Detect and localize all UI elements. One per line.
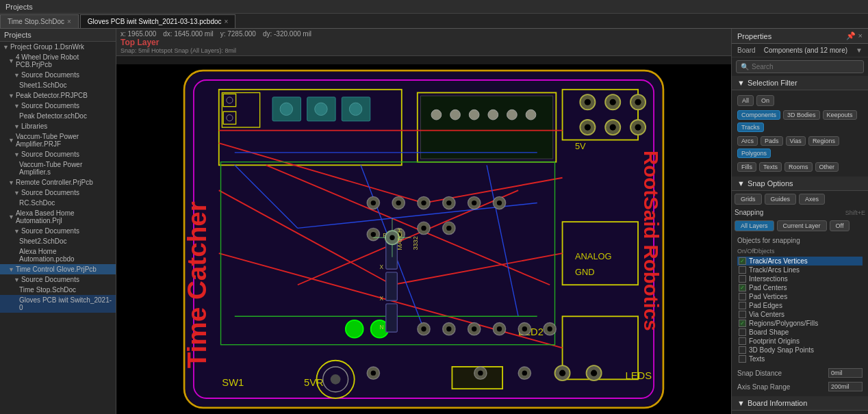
snap-current-layer-btn[interactable]: Current Layer	[777, 220, 827, 231]
svg-text:5V: 5V	[575, 141, 586, 151]
obj-cb-pad-vertices[interactable]	[739, 293, 746, 300]
snap-grids-btn[interactable]: Grids	[735, 194, 762, 205]
obj-cb-trackarcs-vertices[interactable]	[739, 257, 746, 265]
filter-all[interactable]: All	[737, 95, 754, 106]
obj-cb-pad-edges[interactable]	[739, 302, 746, 309]
obj-cb-pad-centers[interactable]	[739, 284, 746, 292]
tree-4wd-robot[interactable]: ▼ 4 Wheel Drive Robot PCB.PrjPcb	[0, 52, 116, 70]
tree-remote-label: Remote Controller.PrjPcb	[16, 179, 93, 186]
filter-arcs[interactable]: Arcs	[737, 136, 758, 146]
tree-source-docs-6[interactable]: ▼ Source Documents	[0, 274, 116, 285]
props-pin-icon[interactable]: 📌	[846, 31, 856, 40]
pcb-canvas-area[interactable]: x: 1965.000 dx: 1645.000 mil y: 7285.000…	[116, 29, 731, 414]
obj-cb-footprint-origins[interactable]	[739, 337, 746, 345]
props-close-icon[interactable]: ×	[858, 31, 863, 40]
obj-cb-board-shape[interactable]	[739, 328, 746, 336]
tree-peak-schdoc[interactable]: Peak Detector.schDoc	[0, 111, 116, 121]
tab-pcb-close[interactable]: ×	[225, 18, 229, 25]
snapping-label: Snapping	[735, 209, 763, 216]
tree-libraries[interactable]: ▼ Libraries	[0, 121, 116, 131]
filter-polygons[interactable]: Polygons	[737, 148, 771, 158]
search-box[interactable]: 🔍	[736, 60, 864, 73]
tree-source-docs-4[interactable]: ▼ Source Documents	[0, 187, 116, 198]
filter-keepouts[interactable]: Keepouts	[823, 110, 857, 120]
filter-components[interactable]: Components	[737, 110, 780, 120]
filter-fills[interactable]: Fills	[737, 162, 756, 172]
selection-filter-content: All On Components 3D Bodies Keepouts Tra…	[732, 90, 868, 177]
tree-vac-label: Vaccum-Tube Power Amplifier.PRJF	[16, 133, 113, 148]
obj-row-board-shape: Board Shape	[737, 328, 863, 337]
svg-point-54	[396, 200, 400, 205]
obj-label-pad-edges: Pad Edges	[749, 302, 782, 309]
tree-alexa-pcbdo[interactable]: Alexa Home Automation.pcbdo	[0, 246, 116, 264]
svg-text:SW1: SW1	[222, 377, 244, 388]
tree-rc-label: RC.SchDoc	[19, 199, 55, 207]
snap-off-btn[interactable]: Off	[830, 220, 850, 231]
tab-schematic[interactable]: Time Stop.SchDoc ×	[0, 14, 79, 28]
svg-point-60	[472, 200, 476, 205]
filter-3dbodies[interactable]: 3D Bodies	[783, 110, 820, 120]
obj-cb-regions-fills[interactable]	[739, 320, 746, 327]
board-info-title: Board Information	[748, 399, 807, 407]
tab-schematic-close[interactable]: ×	[67, 18, 71, 25]
tab-bar: Time Stop.SchDoc × Gloves PCB iwit Switc…	[0, 14, 868, 29]
tree-source-docs-1[interactable]: ▼ Source Documents	[0, 70, 116, 80]
snap-distance-input[interactable]	[828, 368, 863, 378]
tree-vac-schdoc[interactable]: Vaccum-Tube Power Amplifier.s	[0, 159, 116, 177]
tree-alexa[interactable]: ▼ Alexa Based Home Automation.Prjl	[0, 208, 116, 226]
pcb-board[interactable]: Time Catcher RootSaid Robotics	[116, 64, 731, 414]
tree-gloves-pcb[interactable]: Gloves PCB iwit Switch_2021-0	[0, 295, 116, 313]
filter-tracks[interactable]: Tracks	[737, 122, 764, 132]
tree-source-docs-2[interactable]: ▼ Source Documents	[0, 101, 116, 111]
snap-axes-btn[interactable]: Axes	[799, 194, 825, 205]
tree-vaccum-tube[interactable]: ▼ Vaccum-Tube Power Amplifier.PRJF	[0, 131, 116, 149]
svg-point-111	[478, 370, 483, 375]
tree-sheet2[interactable]: Sheet2.SchDoc	[0, 236, 116, 246]
tree-vac-schdoc-label: Vaccum-Tube Power Amplifier.s	[19, 161, 113, 176]
snapping-shortcut: Shift+E	[845, 209, 865, 216]
tree-source-docs-3[interactable]: ▼ Source Documents	[0, 149, 116, 159]
tree-sheet1[interactable]: Sheet1.SchDoc	[0, 80, 116, 90]
filter-pads[interactable]: Pads	[761, 136, 783, 146]
obj-cb-3d-snap[interactable]	[739, 346, 746, 354]
obj-cb-texts[interactable]	[739, 355, 746, 363]
svg-text:5VR: 5VR	[304, 377, 324, 388]
filter-other[interactable]: Other	[815, 162, 839, 172]
snap-guides-btn[interactable]: Guides	[765, 194, 797, 205]
board-info-header[interactable]: ▼ Board Information	[732, 396, 868, 411]
filter-vias[interactable]: Vias	[786, 136, 806, 146]
svg-point-86	[585, 99, 591, 105]
obj-cb-trackarcs-lines[interactable]	[739, 266, 746, 274]
sidebar-header: Projects	[0, 29, 116, 42]
obj-label-via-centers: Via Centers	[749, 311, 784, 318]
snap-all-layers-btn[interactable]: All Layers	[735, 220, 774, 231]
tree-rc-schdoc[interactable]: RC.SchDoc	[0, 198, 116, 208]
tree-src6-label: Source Documents	[21, 276, 79, 283]
tree-time-control[interactable]: ▼ Time Control Glove.PrjPcb	[0, 264, 116, 274]
search-input[interactable]	[752, 63, 859, 70]
tree-src5-icon: ▼	[14, 228, 20, 235]
obj-cb-via-centers[interactable]	[739, 311, 746, 318]
menu-projects[interactable]: Projects	[3, 3, 36, 11]
svg-point-26	[488, 109, 498, 120]
filter-rooms[interactable]: Rooms	[784, 162, 813, 172]
board-filter-icon[interactable]: ▼	[856, 47, 863, 54]
snap-options-header[interactable]: ▼ Snap Options	[732, 177, 868, 191]
tree-remote-controller[interactable]: ▼ Remote Controller.PrjPcb	[0, 177, 116, 187]
svg-text:ANALOG: ANALOG	[575, 251, 612, 261]
filter-regions[interactable]: Regions	[808, 136, 839, 146]
filter-row-2: Components 3D Bodies Keepouts Tracks	[735, 108, 865, 134]
filter-texts[interactable]: Texts	[759, 162, 782, 172]
filter-on[interactable]: On	[756, 95, 774, 106]
tree-time-stop[interactable]: Time Stop.SchDoc	[0, 285, 116, 295]
axis-snap-input[interactable]	[828, 382, 863, 391]
tree-project-group[interactable]: ▼ Project Group 1.DsnWrk	[0, 42, 116, 52]
svg-point-117	[591, 370, 597, 376]
tab-pcb[interactable]: Gloves PCB iwit Switch_2021-03-13.pcbdoc…	[80, 14, 236, 28]
tree-source-docs-5[interactable]: ▼ Source Documents	[0, 226, 116, 236]
obj-cb-intersections[interactable]	[739, 275, 746, 283]
props-header-icons: 📌 ×	[846, 31, 863, 40]
selection-filter-header[interactable]: ▼ Selection Filter	[732, 76, 868, 90]
svg-point-113	[522, 370, 527, 375]
tree-peak-detector[interactable]: ▼ Peak Detector.PRJPCB	[0, 90, 116, 101]
